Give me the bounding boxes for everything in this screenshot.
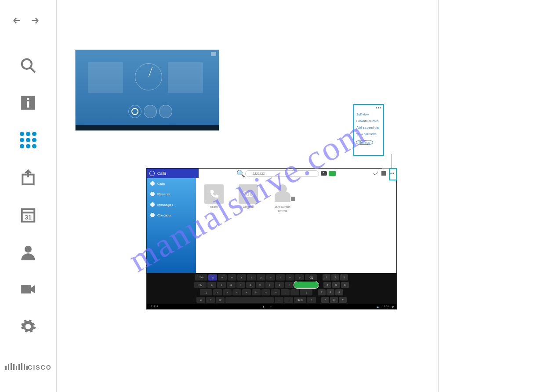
svg-point-13	[249, 192, 254, 196]
key-u[interactable]: u	[266, 274, 275, 281]
key-b[interactable]: b	[252, 289, 261, 295]
key-f[interactable]: f	[236, 282, 245, 288]
key-p[interactable]: p	[295, 274, 304, 281]
key-dot[interactable]: .	[290, 289, 299, 295]
key-comma[interactable]: ,	[281, 289, 290, 295]
phone-sb-contacts[interactable]: Contacts	[147, 210, 196, 220]
tile-contact[interactable]: Jane Duncan 222-2222	[271, 184, 294, 267]
key-h[interactable]: h	[256, 282, 265, 288]
svg-rect-11	[381, 171, 386, 176]
key-q[interactable]: q	[208, 274, 217, 281]
menu-item-self-view[interactable]: Self view	[354, 111, 383, 118]
key-s[interactable]: s	[217, 282, 226, 288]
numkey-4[interactable]: 4	[323, 282, 331, 288]
cisco-logo: CISCO	[11, 356, 46, 378]
key-tab[interactable]: Tab	[195, 274, 207, 281]
numkey-8[interactable]: 8	[326, 289, 334, 295]
key-w[interactable]: w	[218, 274, 227, 281]
phone-sb-messages[interactable]: Messages	[147, 199, 196, 210]
key-m[interactable]: m	[271, 289, 280, 295]
screenshot-phone-app: Calls 🔍 2222222 ••• Calls Recents Messag…	[146, 168, 397, 309]
svg-rect-3	[27, 98, 29, 100]
key-y[interactable]: y	[257, 274, 265, 281]
numkey-star[interactable]: *	[321, 297, 329, 303]
key-dot2[interactable]: .	[275, 297, 283, 303]
prev-arrow-icon[interactable]	[13, 18, 20, 24]
calendar-icon[interactable]: 31	[18, 204, 39, 225]
share-icon[interactable]	[18, 167, 39, 188]
key-bksp[interactable]: ⌫	[305, 274, 317, 281]
key-shift-l[interactable]: ⇧	[200, 289, 212, 295]
key-space[interactable]	[225, 297, 274, 303]
status-time: 11:51	[382, 305, 389, 308]
key-j[interactable]: j	[265, 282, 274, 288]
phone-sb-recents[interactable]: Recents	[147, 189, 196, 199]
key-n[interactable]: n	[261, 289, 270, 295]
info-icon[interactable]	[18, 92, 39, 113]
menu-item-forward[interactable]: Forward all calls	[354, 118, 383, 124]
svg-point-12	[243, 192, 247, 196]
tile-voicemail[interactable]: Voicemail	[236, 184, 260, 267]
svg-rect-4	[27, 101, 29, 108]
key-call[interactable]	[294, 282, 318, 288]
numkey-5[interactable]: 5	[332, 282, 340, 288]
key-i[interactable]: i	[276, 274, 285, 281]
numkey-0[interactable]: 0	[330, 297, 338, 303]
numkey-3[interactable]: 3	[340, 274, 348, 281]
nav-back-icon[interactable]: ▾	[263, 305, 264, 308]
callout-connector	[382, 154, 392, 169]
key-d[interactable]: d	[227, 282, 236, 288]
key-c[interactable]: c	[232, 289, 241, 295]
video-icon[interactable]	[18, 279, 39, 300]
search-input[interactable]: 2222222	[245, 170, 319, 177]
phone-sidebar: Calls Recents Messages Contacts	[147, 178, 196, 273]
key-v[interactable]: v	[242, 289, 251, 295]
overflow-menu: ••• Self view Forward all calls Add a sp…	[353, 104, 384, 156]
android-navbar	[76, 125, 219, 130]
gear-icon[interactable]	[18, 316, 39, 337]
nav-home-icon[interactable]: ⌂	[270, 305, 272, 308]
key-x[interactable]: x	[223, 289, 232, 295]
key-e[interactable]: e	[228, 274, 236, 281]
next-arrow-icon[interactable]	[32, 18, 39, 24]
key-k[interactable]: k	[275, 282, 284, 288]
numkey-hash[interactable]: #	[339, 297, 347, 303]
svg-line-1	[30, 68, 35, 72]
menu-item-callbacks[interactable]: View callbacks	[354, 131, 383, 137]
key-emoji[interactable]: ☺	[196, 297, 205, 303]
key-r[interactable]: r	[237, 274, 246, 281]
person-icon[interactable]	[18, 241, 39, 263]
add-contact-icon[interactable]	[381, 171, 386, 176]
numkey-1[interactable]: 1	[323, 274, 330, 281]
key-shift-r[interactable]: ⇧	[300, 289, 312, 295]
menu-item-settings[interactable]: Settings	[356, 140, 373, 145]
screenshot-home	[75, 50, 219, 131]
key-com[interactable]: com	[294, 297, 306, 303]
key-o[interactable]: o	[286, 274, 294, 281]
numkey-6[interactable]: 6	[341, 282, 349, 288]
key-t[interactable]: t	[247, 274, 256, 281]
key-dash[interactable]: -	[284, 297, 293, 303]
missed-call-icon[interactable]	[374, 171, 378, 176]
status-left: 111111	[149, 305, 158, 308]
numkey-9[interactable]: 9	[335, 289, 343, 295]
key-qmark[interactable]: ?	[206, 297, 215, 303]
phone-sb-calls[interactable]: Calls	[147, 178, 196, 189]
tile-redial[interactable]: Redial	[202, 184, 226, 267]
numkey-2[interactable]: 2	[331, 274, 339, 281]
key-a[interactable]: a	[207, 282, 216, 288]
key-fn[interactable]: FN	[194, 282, 207, 288]
dialpad-icon[interactable]	[18, 129, 39, 151]
key-z[interactable]: z	[213, 289, 222, 295]
backspace-button[interactable]	[321, 171, 327, 176]
key-at[interactable]: @	[216, 297, 225, 303]
key-right[interactable]: >	[307, 297, 316, 303]
search-icon[interactable]	[18, 55, 39, 76]
numkey-7[interactable]: 7	[318, 289, 326, 295]
key-l[interactable]: l	[285, 282, 294, 288]
menu-item-speed-dial[interactable]: Add a speed dial	[354, 124, 383, 131]
call-button[interactable]	[329, 171, 336, 176]
dock-apps-icon	[159, 105, 172, 118]
key-g[interactable]: g	[246, 282, 255, 288]
app-sidebar: 31 CISCO	[0, 0, 56, 392]
